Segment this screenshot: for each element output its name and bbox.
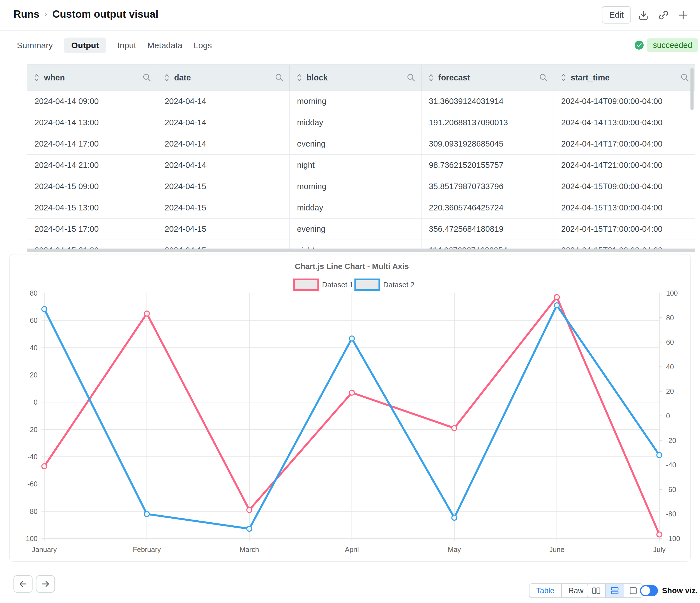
rows-layout-icon [610,586,620,596]
table-cell: 2024-04-15 13:00 [27,197,157,218]
raw-view-button[interactable]: Raw [562,584,590,597]
columns-layout-button[interactable] [587,584,605,597]
sort-icon [428,73,434,82]
svg-text:60: 60 [30,316,38,324]
header-divider [0,30,700,30]
svg-text:-60: -60 [666,486,676,493]
table-cell: 2024-04-15 [157,176,290,197]
tab-summary[interactable]: Summary [17,41,53,50]
table-row: 2024-04-14 17:002024-04-14evening309.093… [27,133,695,154]
column-header-start-time[interactable]: start_time [554,65,695,90]
table-header: when date block forecast start_time [27,65,695,90]
edit-button[interactable]: Edit [602,6,631,24]
table-cell: 2024-04-14 21:00 [27,155,157,176]
page-title: Custom output visual [52,8,158,20]
show-viz-label: Show viz. [662,586,698,595]
add-icon[interactable] [678,9,689,21]
tab-logs[interactable]: Logs [194,41,212,50]
table-cell: 98.73621520155757 [422,155,554,176]
sort-icon [34,73,40,82]
table-cell: 2024-04-14 [157,155,290,176]
rows-layout-button[interactable] [606,584,624,597]
tab-bar: Summary Output Input Metadata Logs [17,36,212,54]
tab-input[interactable]: Input [118,41,136,50]
vertical-scrollbar[interactable] [691,68,694,110]
link-icon[interactable] [658,9,669,21]
table-cell: 2024-04-15T13:00:00-04:00 [554,197,695,218]
svg-text:February: February [133,546,161,553]
table-cell: morning [290,176,422,197]
table-cell: evening [290,133,422,154]
download-icon[interactable] [638,9,649,21]
table-cell: 2024-04-15 09:00 [27,176,157,197]
search-icon[interactable] [407,73,416,82]
table-cell: 2024-04-14 09:00 [27,91,157,112]
table-cell: 2024-04-15 [157,218,290,240]
search-icon[interactable] [539,73,548,82]
table-row: 2024-04-15 09:002024-04-15morning35.8517… [27,176,695,197]
single-layout-button[interactable] [624,584,642,597]
table-cell: 2024-04-14 [157,91,290,112]
table-cell: 2024-04-14 17:00 [27,133,157,154]
svg-text:80: 80 [30,289,38,297]
success-check-icon [634,41,644,50]
svg-text:60: 60 [666,338,674,346]
table-cell: midday [290,197,422,218]
svg-text:January: January [32,546,57,553]
table-row: 2024-04-15 17:002024-04-15evening356.472… [27,218,695,240]
search-icon[interactable] [680,73,689,82]
svg-text:March: March [240,546,259,553]
svg-text:-20: -20 [666,437,676,444]
chart-card: -100-80-60-40-20020406080JanuaryFebruary… [9,254,691,561]
svg-text:-60: -60 [27,480,38,488]
table-cell: 2024-04-14T13:00:00-04:00 [554,112,695,133]
table-cell: 309.0931928685045 [422,133,554,154]
svg-text:40: 40 [666,363,674,371]
breadcrumb-separator: › [45,9,47,19]
table-view-button[interactable]: Table [529,584,561,597]
table-cell: 2024-04-15T17:00:00-04:00 [554,218,695,240]
sort-icon [296,73,302,82]
show-viz-toggle[interactable] [640,585,658,596]
table-cell: evening [290,218,422,240]
table-cell: 31.36039124031914 [422,91,554,112]
svg-text:Dataset 1: Dataset 1 [322,281,353,289]
search-icon[interactable] [275,73,284,82]
table-cell: 2024-04-14 [157,112,290,133]
tab-output[interactable]: Output [64,37,106,53]
table-cell: morning [290,91,422,112]
table-row: 2024-04-14 21:002024-04-14night98.736215… [27,154,695,176]
search-icon[interactable] [143,73,151,82]
table-raw-segmented-control: Table Raw [529,583,591,598]
column-header-when[interactable]: when [27,65,157,90]
table-cell: night [290,155,422,176]
output-table: when date block forecast start_time 2024… [27,64,695,252]
svg-text:Dataset 2: Dataset 2 [383,281,415,289]
table-cell: 191.20688137090013 [422,112,554,133]
column-header-block[interactable]: block [290,65,422,90]
column-header-date[interactable]: date [157,65,290,90]
arrow-right-icon [40,579,51,589]
multi-axis-chart: -100-80-60-40-20020406080JanuaryFebruary… [9,255,691,561]
svg-text:100: 100 [666,289,678,297]
table-cell: 2024-04-14 13:00 [27,112,157,133]
next-button[interactable] [36,575,55,593]
column-header-forecast[interactable]: forecast [422,65,554,90]
horizontal-scrollbar[interactable] [27,248,695,252]
svg-text:0: 0 [666,412,670,420]
columns-layout-icon [592,586,601,596]
table-cell: 2024-04-14T21:00:00-04:00 [554,155,695,176]
table-row: 2024-04-14 13:002024-04-14midday191.2068… [27,112,695,133]
toggle-knob [641,586,650,595]
table-row: 2024-04-15 13:002024-04-15midday220.3605… [27,197,695,218]
svg-text:-80: -80 [666,510,676,518]
svg-text:-100: -100 [24,534,38,543]
svg-text:April: April [345,546,359,553]
table-cell: 2024-04-14T09:00:00-04:00 [554,91,695,112]
breadcrumb-root[interactable]: Runs [14,8,40,20]
table-cell: 2024-04-14T17:00:00-04:00 [554,133,695,154]
svg-text:May: May [448,546,461,553]
tab-metadata[interactable]: Metadata [147,41,182,50]
prev-button[interactable] [14,575,32,593]
svg-text:20: 20 [30,371,38,379]
